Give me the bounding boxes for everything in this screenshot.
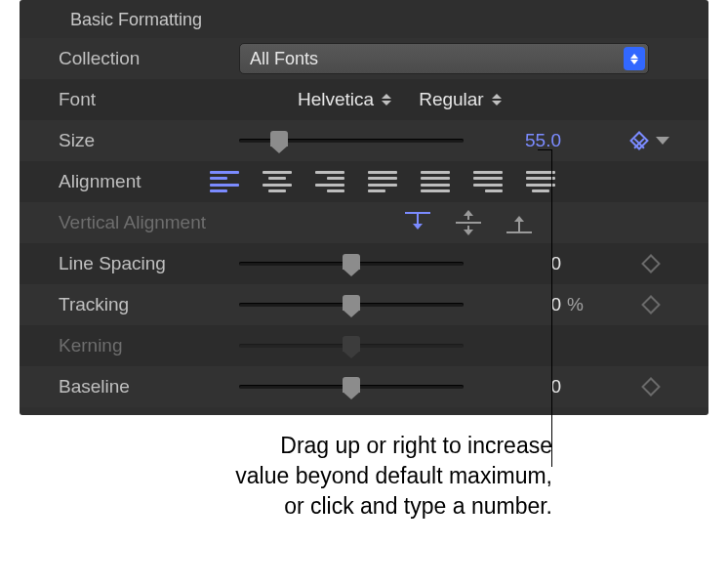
row-valign: Vertical Alignment: [20, 202, 708, 243]
row-line-spacing: Line Spacing 0: [20, 243, 708, 284]
justify-left-button[interactable]: [368, 171, 397, 192]
line-spacing-value[interactable]: 0: [483, 253, 561, 274]
row-alignment: Alignment: [20, 161, 708, 202]
line-spacing-slider[interactable]: [239, 262, 464, 266]
font-style-value: Regular: [419, 89, 484, 110]
align-right-button[interactable]: [315, 171, 344, 192]
size-value[interactable]: 55.0: [483, 130, 561, 151]
valign-label: Vertical Alignment: [59, 212, 239, 233]
panel-title: Basic Formatting: [20, 0, 708, 38]
caption: Drag up or right to increase value beyon…: [20, 431, 708, 522]
keyframe-icon[interactable]: [641, 377, 661, 397]
caption-line: value beyond default maximum,: [20, 461, 552, 491]
row-baseline: Baseline 0: [20, 366, 708, 407]
tracking-slider[interactable]: [239, 303, 464, 307]
line-spacing-label: Line Spacing: [59, 253, 239, 274]
valign-bottom-button[interactable]: [506, 212, 532, 233]
tracking-label: Tracking: [59, 294, 239, 315]
caption-line: Drag up or right to increase: [20, 431, 552, 461]
row-collection: Collection All Fonts: [20, 38, 708, 79]
valign-top-button[interactable]: [405, 212, 430, 233]
row-kerning: Kerning: [20, 325, 708, 366]
size-slider[interactable]: [239, 139, 464, 143]
font-label: Font: [59, 89, 239, 110]
stepper-icon: [492, 94, 502, 105]
justify-right-button[interactable]: [473, 171, 503, 192]
valign-middle-button[interactable]: [456, 212, 481, 233]
add-keyframe-icon[interactable]: [629, 131, 649, 150]
keyframe-icon[interactable]: [641, 295, 661, 314]
row-font: Font Helvetica Regular: [20, 79, 708, 120]
tracking-value[interactable]: 0: [483, 294, 561, 315]
slider-thumb-icon: [343, 336, 360, 352]
collection-label: Collection: [59, 48, 239, 69]
baseline-slider[interactable]: [239, 385, 464, 389]
formatting-panel: Basic Formatting Collection All Fonts Fo…: [20, 0, 708, 415]
slider-thumb-icon[interactable]: [343, 295, 360, 311]
align-left-button[interactable]: [210, 171, 239, 192]
tracking-suffix: %: [567, 294, 584, 315]
collection-value: All Fonts: [250, 49, 318, 69]
row-size: Size 55.0: [20, 120, 708, 161]
font-family-value: Helvetica: [298, 89, 374, 110]
align-center-button[interactable]: [263, 171, 292, 192]
size-label: Size: [59, 130, 239, 151]
kerning-label: Kerning: [59, 335, 239, 356]
baseline-label: Baseline: [59, 376, 239, 398]
keyframe-icon[interactable]: [641, 254, 661, 273]
slider-thumb-icon[interactable]: [343, 377, 360, 393]
callout-line: [551, 149, 552, 467]
slider-thumb-icon[interactable]: [270, 131, 288, 146]
row-tracking: Tracking 0 %: [20, 284, 708, 325]
baseline-value[interactable]: 0: [483, 376, 561, 398]
kerning-slider: [239, 344, 464, 348]
chevron-down-icon[interactable]: [656, 137, 669, 145]
caption-line: or click and type a number.: [20, 491, 552, 522]
slider-thumb-icon[interactable]: [343, 254, 360, 270]
justify-full-button[interactable]: [421, 171, 450, 192]
font-style-select[interactable]: Regular: [419, 89, 502, 110]
callout-tick: [538, 149, 551, 150]
stepper-icon: [382, 94, 391, 105]
popup-arrows-icon: [624, 47, 645, 70]
collection-popup[interactable]: All Fonts: [239, 43, 649, 74]
font-family-select[interactable]: Helvetica: [298, 89, 391, 110]
